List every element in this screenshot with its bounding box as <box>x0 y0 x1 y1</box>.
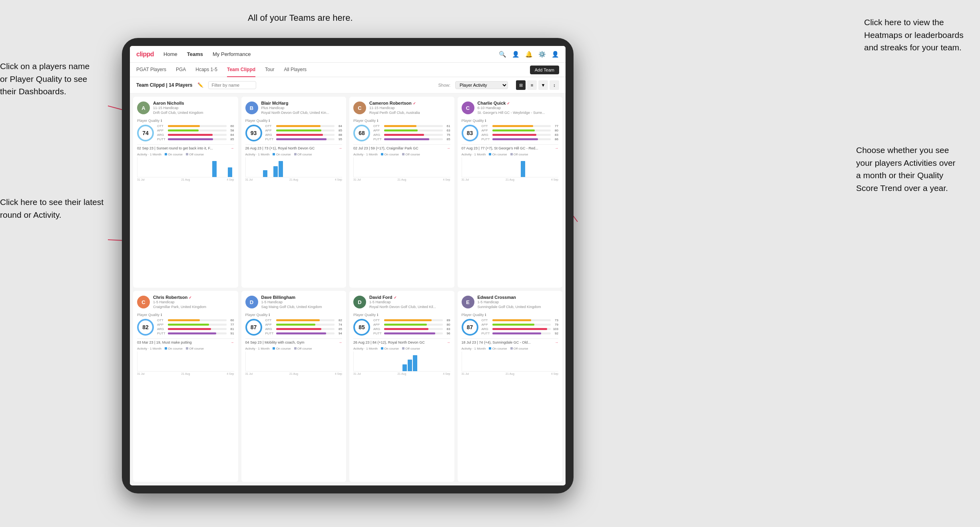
search-icon[interactable]: 🔍 <box>499 51 506 58</box>
player-card[interactable]: C Chris Robertson ✓ 1-5 Handicap Craigmi… <box>133 291 238 482</box>
grid-view-icon[interactable]: ⊞ <box>516 80 526 90</box>
add-team-button[interactable]: Add Team <box>530 66 559 74</box>
quality-circle[interactable]: 68 <box>353 125 370 141</box>
player-name[interactable]: Edward Crossman <box>478 295 541 300</box>
player-card[interactable]: D David Ford ✓ 1-5 Handicap Royal North … <box>349 291 454 482</box>
activity-label: Activity · 1 Month On course Off course <box>245 153 343 156</box>
player-name[interactable]: Chris Robertson ✓ <box>153 295 206 300</box>
last-round-arrow: → <box>555 340 558 344</box>
show-select[interactable]: Player Activity Quality Score Trend <box>455 81 508 89</box>
nav-performance[interactable]: My Performance <box>213 51 251 57</box>
activity-label: Activity · 1 Month On course Off course <box>245 347 343 350</box>
stat-ott: OTT 60 <box>157 318 234 322</box>
player-info: Blair McHarg Plus Handicap Royal North D… <box>261 101 329 115</box>
offcourse-legend <box>294 347 297 350</box>
activity-section: Activity · 1 Month On course Off course … <box>245 347 343 375</box>
quality-circle[interactable]: 74 <box>137 125 154 141</box>
player-card[interactable]: E Edward Crossman 1-5 Handicap Sunningda… <box>458 291 563 482</box>
nav-home[interactable]: Home <box>163 51 177 57</box>
last-round-arrow: → <box>447 146 450 150</box>
offcourse-legend <box>402 153 404 155</box>
activity-section: Activity · 1 Month On course Off course … <box>245 153 343 181</box>
sub-nav-all-players[interactable]: All Players <box>284 63 307 77</box>
stat-arg: ARG 83 <box>373 327 450 331</box>
offcourse-legend <box>510 153 513 155</box>
stat-putt: PUTT 92 <box>482 332 559 335</box>
oncourse-legend <box>165 153 167 155</box>
player-name[interactable]: Aaron Nicholls <box>153 101 203 106</box>
offcourse-legend <box>294 153 297 155</box>
quality-stats: OTT 60 APP 58 ARG <box>157 124 234 142</box>
stat-arg: ARG 84 <box>157 133 234 137</box>
chart-dates: 31 Jul 21 Aug 4 Sep <box>353 178 450 181</box>
edit-icon[interactable]: ✏️ <box>197 82 203 88</box>
player-name[interactable]: Blair McHarg <box>261 101 329 106</box>
quality-circle[interactable]: 85 <box>353 319 370 336</box>
stat-putt: PUTT 95 <box>265 137 343 141</box>
activity-chart <box>353 352 450 372</box>
last-round[interactable]: 26 Aug 23 | 84 (+12), Royal North Devon … <box>353 338 450 344</box>
list-view-icon[interactable]: ≡ <box>527 80 537 90</box>
quality-circle[interactable]: 82 <box>137 319 154 336</box>
player-card[interactable]: D Dave Billingham 1-5 Handicap Sag Maing… <box>241 291 347 482</box>
player-name[interactable]: Dave Billingham <box>261 295 322 300</box>
quality-stats: OTT 61 APP 63 ARG <box>373 124 450 142</box>
player-name[interactable]: Cameron Robertson ✓ <box>369 101 420 106</box>
filter-view-icon[interactable]: ▼ <box>538 80 548 90</box>
quality-stats: OTT 89 APP 80 ARG <box>373 318 450 336</box>
stat-arg: ARG 88 <box>265 133 343 137</box>
oncourse-legend <box>489 153 491 155</box>
quality-stats: OTT 60 APP 77 ARG <box>157 318 234 336</box>
annotation-left-1: Click on a players nameor Player Quality… <box>0 60 104 98</box>
sort-view-icon[interactable]: ↕ <box>550 80 559 90</box>
last-round[interactable]: 02 Jul 23 | 59 (+17), Craigmillar Park G… <box>353 144 450 150</box>
player-card[interactable]: A Aaron Nicholls 11-15 Handicap Drift Go… <box>133 97 238 288</box>
player-name[interactable]: David Ford ✓ <box>369 295 436 300</box>
chart-dates: 31 Jul 21 Aug 4 Sep <box>245 372 343 375</box>
sub-nav-pgat[interactable]: PGAT Players <box>136 63 166 77</box>
last-round[interactable]: 03 Mar 23 | 19, Must make putting → <box>137 338 234 344</box>
player-club: St. George's Hill GC - Weybridge - Surre… <box>478 111 545 115</box>
last-round[interactable]: 07 Aug 23 | 77 (+7), St George's Hill GC… <box>462 144 559 150</box>
last-round[interactable]: 26 Aug 23 | 73 (+1), Royal North Devon G… <box>245 144 343 150</box>
team-title: Team Clippd | 14 Players <box>136 82 193 88</box>
nav-bar: clippd Home Teams My Performance 🔍 👤 🔔 ⚙… <box>130 46 566 63</box>
quality-circle[interactable]: 83 <box>462 125 478 141</box>
quality-circle[interactable]: 87 <box>245 319 262 336</box>
oncourse-legend <box>273 153 275 155</box>
activity-label: Activity · 1 Month On course Off course <box>353 347 450 350</box>
quality-label: Player Quality ℹ <box>462 313 559 317</box>
stat-putt: PUTT 96 <box>373 332 450 335</box>
player-card-header: B Blair McHarg Plus Handicap Royal North… <box>245 101 343 115</box>
last-round[interactable]: 18 Jul 23 | 74 (+4), Sunningdale GC - Ol… <box>462 338 559 344</box>
last-round[interactable]: 04 Sep 23 | Mobility with coach, Gym → <box>245 338 343 344</box>
quality-stats: OTT 82 APP 74 ARG <box>265 318 343 336</box>
filter-input[interactable] <box>208 81 256 89</box>
settings-icon[interactable]: ⚙️ <box>538 51 546 58</box>
avatar: D <box>353 296 366 308</box>
quality-circle[interactable]: 87 <box>462 319 478 336</box>
nav-teams[interactable]: Teams <box>187 51 203 57</box>
player-name[interactable]: Charlie Quick ✓ <box>478 101 545 106</box>
offcourse-legend <box>186 153 188 155</box>
activity-label: Activity · 1 Month On course Off course <box>353 153 450 156</box>
player-card[interactable]: C Charlie Quick ✓ 6-10 Handicap St. Geor… <box>458 97 563 288</box>
quality-circle[interactable]: 93 <box>245 125 262 141</box>
avatar-icon[interactable]: 👤 <box>552 51 559 58</box>
sub-nav-team-clippd[interactable]: Team Clippd <box>227 63 255 77</box>
bell-icon[interactable]: 🔔 <box>525 51 533 58</box>
activity-section: Activity · 1 Month On course Off course … <box>353 347 450 375</box>
last-round[interactable]: 02 Sep 23 | Sunset round to get back int… <box>137 144 234 150</box>
last-round-arrow: → <box>339 340 342 344</box>
activity-section: Activity · 1 Month On course Off course … <box>462 347 559 375</box>
view-icons: ⊞ ≡ ▼ ↕ <box>516 80 559 90</box>
ipad-frame: clippd Home Teams My Performance 🔍 👤 🔔 ⚙… <box>122 38 574 493</box>
sub-nav-hcaps[interactable]: Hcaps 1-5 <box>195 63 217 77</box>
stat-putt: PUTT 85 <box>373 137 450 141</box>
sub-nav-tour[interactable]: Tour <box>265 63 274 77</box>
player-card[interactable]: C Cameron Robertson ✓ 11-15 Handicap Roy… <box>349 97 454 288</box>
chart-dates: 31 Jul 21 Aug 4 Sep <box>462 372 559 375</box>
sub-nav-pga[interactable]: PGA <box>176 63 186 77</box>
player-card[interactable]: B Blair McHarg Plus Handicap Royal North… <box>241 97 347 288</box>
user-icon[interactable]: 👤 <box>512 51 520 58</box>
